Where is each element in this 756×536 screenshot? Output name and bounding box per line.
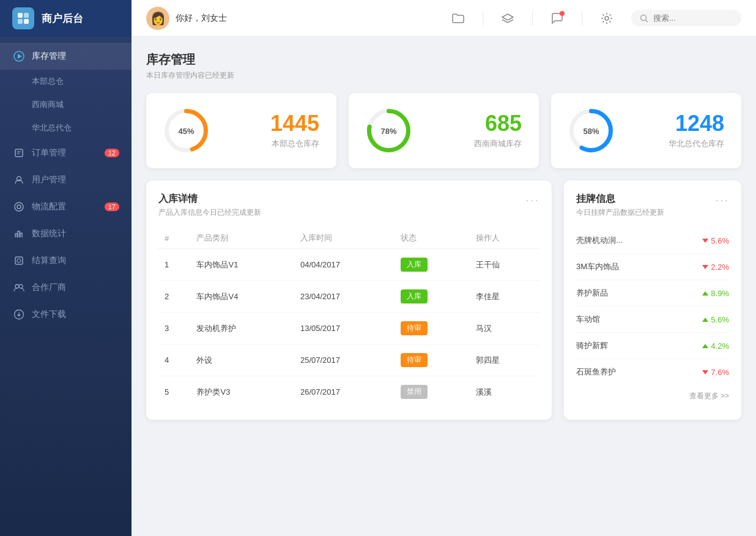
content: 库存管理 本日库存管理内容已经更新 45% 1445 本部总仓库存 78% 68… xyxy=(132,37,756,536)
list-item: 养护新品 8.9% xyxy=(576,280,729,307)
main-area: 👩 你好，刘女士 xyxy=(132,0,756,536)
header: 👩 你好，刘女士 xyxy=(132,0,756,37)
sidebar-item-order[interactable]: 订单管理 12 xyxy=(0,140,132,166)
warehouse-more-btn[interactable]: ··· xyxy=(525,193,539,207)
page-subtitle: 本日库存管理内容已经更新 xyxy=(146,70,741,81)
sidebar-item-logistics[interactable]: 物流配置 17 xyxy=(0,193,132,220)
message-icon[interactable] xyxy=(547,9,567,28)
bottom-row: 入库详情 产品入库信息今日已经完成更新 ··· # 产品类别 入库时间 状态 操… xyxy=(146,181,741,420)
list-item: 壳牌机动润... 5.6% xyxy=(576,228,729,254)
message-dot xyxy=(560,11,565,16)
table-row: 1 车内饰品V1 04/04/2017 入库 王干仙 xyxy=(158,249,539,281)
arrow-down-icon xyxy=(702,370,708,374)
cell-operator: 李佳星 xyxy=(470,281,539,313)
cell-status: 待审 xyxy=(395,313,470,344)
list-item: 骑护新辉 4.2% xyxy=(576,333,729,359)
sidebar-label-download: 文件下载 xyxy=(32,309,66,320)
cell-operator: 溪溪 xyxy=(470,376,539,408)
header-user: 👩 你好，刘女士 xyxy=(146,7,448,30)
download-icon xyxy=(12,309,26,320)
donut-label-2: 58% xyxy=(583,126,599,135)
col-operator: 操作人 xyxy=(470,228,539,249)
cell-category: 车内饰品V1 xyxy=(190,249,294,281)
cell-category: 外设 xyxy=(190,344,294,376)
cell-time: 04/04/2017 xyxy=(294,249,395,281)
cell-category: 养护类V3 xyxy=(190,376,294,408)
status-badge: 入库 xyxy=(401,258,428,272)
sidebar-label-stats: 数据统计 xyxy=(32,228,66,239)
sidebar-item-download[interactable]: 文件下载 xyxy=(0,301,132,328)
listing-name: 3M车内饰品 xyxy=(576,261,702,272)
listing-change: 7.6% xyxy=(702,368,729,377)
svg-point-17 xyxy=(605,17,609,20)
folder-icon[interactable] xyxy=(448,9,468,28)
arrow-up-icon xyxy=(702,291,708,296)
listing-name: 壳牌机动润... xyxy=(576,235,702,246)
search-box[interactable] xyxy=(631,10,741,26)
stat-card-2: 58% 1248 华北总代仓库存 xyxy=(551,93,741,168)
stat-label-0: 本部总仓库存 xyxy=(272,138,319,149)
svg-rect-0 xyxy=(18,13,23,18)
warehouse-card: 入库详情 产品入库信息今日已经完成更新 ··· # 产品类别 入库时间 状态 操… xyxy=(146,181,552,420)
donut-2: 58% xyxy=(568,108,614,154)
cell-num: 4 xyxy=(158,344,190,376)
cell-operator: 郭四星 xyxy=(470,344,539,376)
sidebar-label-partner: 合作厂商 xyxy=(32,282,66,293)
order-badge: 12 xyxy=(105,149,119,157)
cell-time: 23/04/2017 xyxy=(294,281,395,313)
status-badge: 入库 xyxy=(401,289,428,303)
cell-operator: 王干仙 xyxy=(470,249,539,281)
listing-change: 5.6% xyxy=(702,236,729,245)
divider1 xyxy=(483,11,483,26)
stat-info-2: 1248 华北总代仓库存 xyxy=(629,113,724,149)
sidebar-item-user[interactable]: 用户管理 xyxy=(0,166,132,193)
svg-point-15 xyxy=(19,285,23,288)
sidebar-item-partner[interactable]: 合作厂商 xyxy=(0,274,132,301)
sidebar-item-stats[interactable]: 数据统计 xyxy=(0,220,132,247)
svg-rect-12 xyxy=(15,257,23,264)
sidebar-label-settle: 结算查询 xyxy=(32,255,66,266)
sidebar-subitem-southwest[interactable]: 西南商城 xyxy=(0,93,132,116)
list-item: 石斑鱼养护 7.6% xyxy=(576,359,729,385)
listing-card-header: 挂牌信息 今日挂牌产品数据已经更新 ··· xyxy=(576,193,729,218)
partner-icon xyxy=(12,282,26,293)
layers-icon[interactable] xyxy=(498,9,517,28)
listing-name: 车动馆 xyxy=(576,314,702,325)
status-badge: 禁用 xyxy=(401,385,428,399)
donut-0: 45% xyxy=(163,108,209,154)
listing-change: 5.6% xyxy=(702,315,729,324)
search-input[interactable] xyxy=(653,13,733,23)
list-item: 3M车内饰品 2.2% xyxy=(576,254,729,280)
sidebar-item-settle[interactable]: 结算查询 xyxy=(0,247,132,274)
listing-more-btn[interactable]: ··· xyxy=(715,193,729,207)
warehouse-card-header: 入库详情 产品入库信息今日已经完成更新 ··· xyxy=(158,193,539,218)
arrow-up-icon xyxy=(702,318,708,322)
svg-rect-6 xyxy=(15,149,23,157)
settings-icon[interactable] xyxy=(597,9,617,28)
arrow-down-icon xyxy=(702,265,708,269)
logistics-icon xyxy=(12,201,26,212)
sidebar-item-inventory[interactable]: 库存管理 xyxy=(0,43,132,70)
col-status: 状态 xyxy=(395,228,470,249)
cell-category: 车内饰品V4 xyxy=(190,281,294,313)
divider2 xyxy=(532,11,533,26)
cell-num: 2 xyxy=(158,281,190,313)
view-more-btn[interactable]: 查看更多 >> xyxy=(576,385,729,401)
listing-card: 挂牌信息 今日挂牌产品数据已经更新 ··· 壳牌机动润... 5.6% 3M车内… xyxy=(564,181,741,420)
sidebar-label-order: 订单管理 xyxy=(32,147,66,158)
header-icons xyxy=(448,9,741,28)
greeting: 你好，刘女士 xyxy=(176,13,227,24)
status-badge: 待审 xyxy=(401,353,428,367)
listing-title: 挂牌信息 xyxy=(576,193,664,206)
table-row: 3 发动机养护 13/05/2017 待审 马汉 xyxy=(158,313,539,344)
sidebar-subitem-main-warehouse[interactable]: 本部总仓 xyxy=(0,70,132,93)
sidebar-subitem-north-china[interactable]: 华北总代仓 xyxy=(0,116,132,140)
cell-status: 入库 xyxy=(395,281,470,313)
svg-rect-3 xyxy=(24,19,29,24)
svg-rect-2 xyxy=(18,19,23,24)
stat-card-0: 45% 1445 本部总仓库存 xyxy=(146,93,336,168)
stats-icon xyxy=(12,228,26,239)
listing-items: 壳牌机动润... 5.6% 3M车内饰品 2.2% 养护新品 8.9% 车动馆 … xyxy=(576,228,729,385)
svg-point-13 xyxy=(17,259,21,262)
settle-icon xyxy=(12,255,26,266)
